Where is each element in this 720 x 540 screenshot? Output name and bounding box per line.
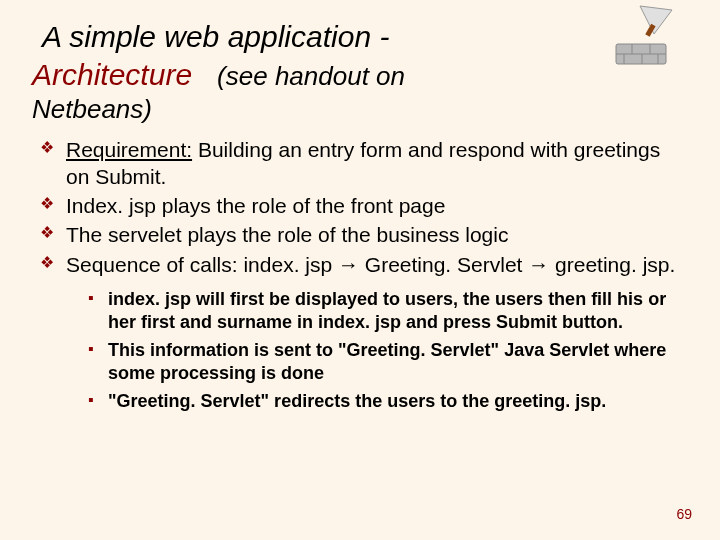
list-item: "Greeting. Servlet" redirects the users … xyxy=(88,390,688,413)
list-item: The servelet plays the role of the busin… xyxy=(40,221,688,248)
bullet-text: The servelet plays the role of the busin… xyxy=(66,223,508,246)
sub-bullet-text: index. jsp will first be displayed to us… xyxy=(108,289,666,332)
title-paren: (see handout on xyxy=(217,61,405,91)
bullet-text: Sequence of calls: index. jsp → Greeting… xyxy=(66,253,675,276)
main-bullet-list: Requirement: Building an entry form and … xyxy=(32,136,688,278)
bullet-text: Index. jsp plays the role of the front p… xyxy=(66,194,445,217)
page-number: 69 xyxy=(676,506,692,522)
title-line-1: A simple web application - xyxy=(32,18,688,56)
list-item: Sequence of calls: index. jsp → Greeting… xyxy=(40,251,688,278)
title-line-2: Architecture (see handout on xyxy=(32,56,688,94)
bullet-prefix: Requirement: xyxy=(66,138,192,161)
title-architecture: Architecture xyxy=(32,58,192,91)
list-item: Requirement: Building an entry form and … xyxy=(40,136,688,191)
list-item: Index. jsp plays the role of the front p… xyxy=(40,192,688,219)
list-item: index. jsp will first be displayed to us… xyxy=(88,288,688,335)
sub-bullet-list: index. jsp will first be displayed to us… xyxy=(32,288,688,413)
sub-bullet-text: "Greeting. Servlet" redirects the users … xyxy=(108,391,606,411)
list-item: This information is sent to "Greeting. S… xyxy=(88,339,688,386)
slide-title: A simple web application - Architecture … xyxy=(32,18,688,126)
title-line-3: Netbeans) xyxy=(32,93,688,126)
trowel-brick-icon xyxy=(610,4,680,69)
sub-bullet-text: This information is sent to "Greeting. S… xyxy=(108,340,666,383)
